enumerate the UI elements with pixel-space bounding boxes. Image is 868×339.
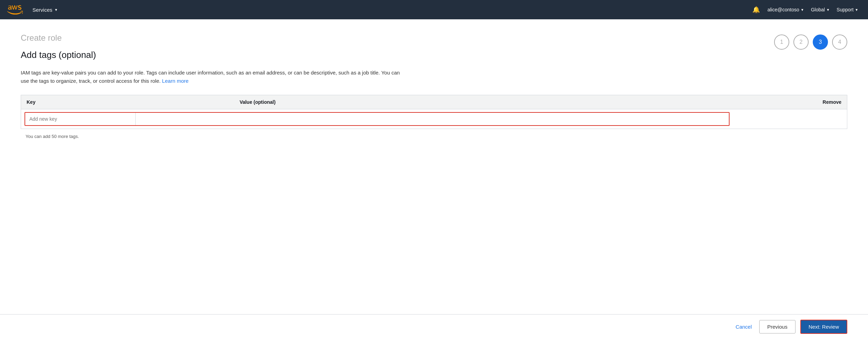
page-title: Create role — [21, 33, 96, 43]
input-row-wrapper — [25, 112, 730, 126]
step-1: 1 — [774, 34, 789, 50]
aws-logo[interactable] — [7, 5, 23, 14]
table-row — [21, 109, 847, 129]
services-chevron-icon: ▼ — [55, 8, 58, 12]
value-column-header: Value (optional) — [234, 95, 733, 109]
key-input[interactable] — [25, 113, 136, 125]
topnav-right: 🔔 alice@contoso ▼ Global ▼ Support ▼ — [749, 6, 861, 13]
services-menu[interactable]: Services ▼ — [30, 7, 60, 13]
input-row-cell — [21, 109, 733, 129]
remove-cell — [733, 109, 847, 129]
step-indicators: 1 2 3 4 — [774, 34, 847, 50]
cancel-button[interactable]: Cancel — [733, 324, 755, 330]
next-review-button[interactable]: Next: Review — [800, 320, 847, 334]
titles: Create role Add tags (optional) — [21, 33, 96, 60]
user-menu[interactable]: alice@contoso ▼ — [765, 7, 807, 12]
tags-table: Key Value (optional) Remove — [21, 95, 847, 129]
previous-button[interactable]: Previous — [759, 320, 795, 333]
region-menu[interactable]: Global ▼ — [808, 7, 832, 12]
user-label: alice@contoso — [768, 7, 799, 12]
main-content: Create role Add tags (optional) 1 2 3 4 … — [0, 19, 868, 339]
region-chevron-icon: ▼ — [826, 8, 830, 12]
step-4: 4 — [832, 34, 847, 50]
tags-limit-text: You can add 50 more tags. — [21, 134, 847, 139]
top-navigation: Services ▼ 🔔 alice@contoso ▼ Global ▼ Su… — [0, 0, 868, 19]
footer-bar: Cancel Previous Next: Review — [0, 314, 868, 339]
region-label: Global — [811, 7, 825, 12]
step-2: 2 — [793, 34, 809, 50]
notifications-bell-icon[interactable]: 🔔 — [749, 6, 763, 13]
description-text: IAM tags are key-value pairs you can add… — [21, 69, 401, 85]
table-header-row: Key Value (optional) Remove — [21, 95, 847, 109]
support-chevron-icon: ▼ — [855, 8, 858, 12]
step-3-active: 3 — [813, 34, 828, 50]
support-label: Support — [837, 7, 853, 12]
section-title: Add tags (optional) — [21, 50, 96, 60]
remove-column-header: Remove — [733, 95, 847, 109]
key-column-header: Key — [21, 95, 234, 109]
services-label: Services — [32, 7, 52, 13]
support-menu[interactable]: Support ▼ — [834, 7, 861, 12]
value-input[interactable] — [136, 113, 729, 125]
step-header: Create role Add tags (optional) 1 2 3 4 — [21, 33, 847, 60]
learn-more-link[interactable]: Learn more — [162, 78, 189, 84]
user-chevron-icon: ▼ — [801, 8, 804, 12]
